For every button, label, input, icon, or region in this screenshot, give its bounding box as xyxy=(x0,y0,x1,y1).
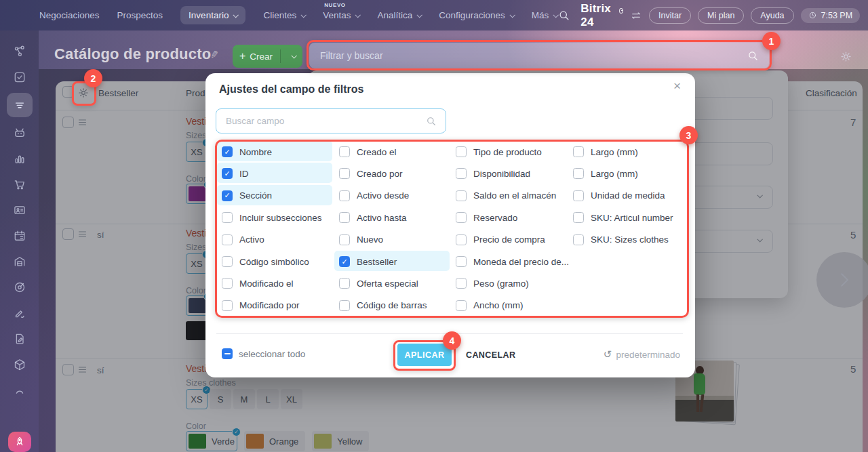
filter-field-option-unidad-de-medida[interactable]: Unidad de medida xyxy=(573,189,665,203)
filter-field-option-ancho-mm[interactable]: Ancho (mm) xyxy=(456,299,524,312)
checkbox[interactable] xyxy=(339,300,350,311)
shopping-cart-icon[interactable] xyxy=(7,174,33,194)
filter-field-option-activo[interactable]: Activo xyxy=(222,233,264,247)
checkbox[interactable] xyxy=(339,212,350,223)
robot-icon[interactable] xyxy=(7,123,33,143)
checkbox[interactable] xyxy=(573,168,584,179)
nav-item-analitica[interactable]: Analítica xyxy=(377,10,421,20)
filter-field-option-disponibilidad[interactable]: Disponibilidad xyxy=(456,167,530,180)
checkbox[interactable] xyxy=(339,190,350,201)
reset-default-button[interactable]: ↺ predeterminado xyxy=(604,348,680,361)
tasks-icon[interactable] xyxy=(7,67,33,87)
search-icon[interactable] xyxy=(557,9,571,22)
checkbox[interactable] xyxy=(573,234,584,245)
nav-item-negociaciones[interactable]: Negociaciones xyxy=(39,10,100,20)
rocket-icon[interactable] xyxy=(8,432,31,452)
filter-field-option-modificado-el[interactable]: Modificado el xyxy=(222,276,294,290)
document-edit-icon[interactable] xyxy=(7,329,33,349)
filter-field-option-precio-de-compra[interactable]: Precio de compra xyxy=(456,233,545,247)
filter-field-option-peso-gramo[interactable]: Peso (gramo) xyxy=(456,276,529,290)
checkbox[interactable]: ✓ xyxy=(222,190,233,201)
filter-search-bar[interactable] xyxy=(309,43,769,68)
target-icon[interactable] xyxy=(7,277,33,297)
filter-search-input[interactable] xyxy=(319,49,747,62)
apply-button[interactable]: APLICAR xyxy=(397,344,452,366)
filter-field-option-activo-hasta[interactable]: Activo hasta xyxy=(339,211,407,224)
ayuda-button[interactable]: Ayuda xyxy=(751,7,793,24)
filter-field-option-creado-por[interactable]: Creado por xyxy=(339,167,403,180)
bar-chart-icon[interactable] xyxy=(7,148,33,169)
checkbox[interactable] xyxy=(456,168,467,179)
checkbox[interactable]: ✓ xyxy=(222,168,233,179)
checkbox[interactable] xyxy=(339,278,350,289)
filter-field-option-largo-mm[interactable]: Largo (mm) xyxy=(573,167,638,180)
checkbox[interactable] xyxy=(222,256,233,267)
checkbox[interactable]: ✓ xyxy=(222,146,233,157)
filter-field-option-saldo-en-el-almacen[interactable]: Saldo en el almacén xyxy=(456,189,556,203)
filter-field-option-seccion[interactable]: ✓Sección xyxy=(222,189,272,203)
filter-icon[interactable] xyxy=(7,93,33,117)
nav-item-inventario[interactable]: Inventario xyxy=(180,6,245,24)
nav-item-configuraciones[interactable]: Configuraciones xyxy=(439,10,514,20)
field-search-input[interactable] xyxy=(224,115,425,127)
nav-item-clientes[interactable]: Clientes xyxy=(263,10,305,20)
warehouse-icon[interactable] xyxy=(7,251,33,272)
checkbox[interactable] xyxy=(573,212,584,223)
arc-icon[interactable] xyxy=(7,380,33,400)
checkbox[interactable] xyxy=(456,300,467,311)
checkbox[interactable] xyxy=(456,234,467,245)
calendar-icon[interactable] xyxy=(7,226,33,246)
cancel-button[interactable]: CANCELAR xyxy=(462,350,519,361)
nav-item-prospectos[interactable]: Prospectos xyxy=(117,10,163,20)
filter-field-option-reservado[interactable]: Reservado xyxy=(456,211,517,224)
filter-field-option-codigo-simbolico[interactable]: Código simbólico xyxy=(222,255,309,268)
checkbox[interactable] xyxy=(573,146,584,157)
filter-field-option-bestseller[interactable]: ✓Bestseller xyxy=(339,255,397,268)
filter-field-option-oferta-especial[interactable]: Oferta especial xyxy=(339,276,418,290)
checkbox[interactable]: ✓ xyxy=(339,256,350,267)
invitar-button[interactable]: Invitar xyxy=(649,7,691,24)
select-all-fields[interactable]: seleccionar todo xyxy=(222,348,305,359)
filter-field-option-nombre[interactable]: ✓Nombre xyxy=(222,145,272,159)
nav-item-ventas[interactable]: NUEVOVentas xyxy=(323,10,359,20)
close-icon[interactable]: × xyxy=(673,79,681,94)
checkbox[interactable] xyxy=(222,278,233,289)
checkbox[interactable] xyxy=(339,146,350,157)
filter-field-option-moneda-del-precio-de[interactable]: Moneda del precio de... xyxy=(456,255,569,268)
share-network-icon[interactable] xyxy=(7,41,33,62)
checkbox[interactable] xyxy=(573,190,584,201)
filter-field-option-tipo-de-producto[interactable]: Tipo de producto xyxy=(456,145,542,159)
checkbox[interactable] xyxy=(222,234,233,245)
checkbox[interactable] xyxy=(222,300,233,311)
signature-pen-icon[interactable] xyxy=(7,303,33,323)
checkbox[interactable] xyxy=(456,256,467,267)
checkbox[interactable] xyxy=(222,212,233,223)
checkbox[interactable] xyxy=(456,212,467,223)
search-icon[interactable] xyxy=(747,49,760,62)
checkbox[interactable] xyxy=(339,234,350,245)
package-icon[interactable] xyxy=(7,354,33,375)
page-settings-gear-icon[interactable] xyxy=(840,50,852,66)
create-button[interactable]: + Crear xyxy=(233,45,302,68)
mi-plan-button[interactable]: Mi plan xyxy=(698,7,744,24)
filter-field-option-modificado-por[interactable]: Modificado por xyxy=(222,299,300,312)
settings-gear-icon[interactable] xyxy=(7,406,33,426)
contact-card-icon[interactable] xyxy=(7,200,33,220)
filter-field-option-largo-mm[interactable]: Largo (mm) xyxy=(573,145,638,159)
checkbox[interactable] xyxy=(456,146,467,157)
filter-field-option-sku-articul-number[interactable]: SKU: Articul number xyxy=(573,211,673,224)
checkbox[interactable] xyxy=(456,278,467,289)
checkbox[interactable] xyxy=(456,190,467,201)
transfer-icon[interactable] xyxy=(630,9,642,22)
filter-field-option-incluir-subsecciones[interactable]: Incluir subsecciones xyxy=(222,211,322,224)
select-all-checkbox[interactable] xyxy=(222,348,233,359)
filter-field-option-id[interactable]: ✓ID xyxy=(222,167,249,180)
filter-field-option-codigo-de-barras[interactable]: Código de barras xyxy=(339,299,427,312)
nav-item-mas[interactable]: Más xyxy=(532,10,558,20)
field-search-box[interactable] xyxy=(216,108,446,133)
filter-field-option-nuevo[interactable]: Nuevo xyxy=(339,233,383,247)
filter-field-option-activo-desde[interactable]: Activo desde xyxy=(339,189,409,203)
filter-field-option-sku-sizes-clothes[interactable]: SKU: Sizes clothes xyxy=(573,233,669,247)
checkbox[interactable] xyxy=(339,168,350,179)
filter-field-option-creado-el[interactable]: Creado el xyxy=(339,145,397,159)
